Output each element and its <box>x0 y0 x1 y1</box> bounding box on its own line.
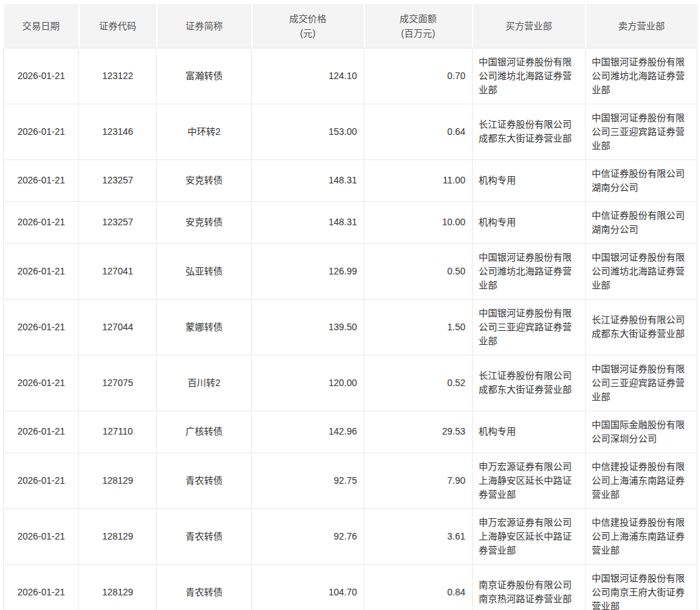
cell-trade_date: 2026-01-21 <box>4 299 79 355</box>
column-header-label: 成交价格 <box>289 13 326 24</box>
cell-security_name: 富瀚转债 <box>157 48 252 104</box>
cell-buyer: 中国银河证券股份有限公司三亚迎宾路证券营业部 <box>473 299 586 355</box>
cell-trade_date: 2026-01-21 <box>4 243 79 299</box>
cell-trade_date: 2026-01-21 <box>4 411 79 453</box>
cell-trade_date: 2026-01-21 <box>4 453 79 508</box>
cell-face_value: 0.52 <box>364 355 473 411</box>
cell-face_value: 3.61 <box>364 508 473 564</box>
column-header-trade_date: 交易日期 <box>4 4 79 48</box>
cell-price: 120.00 <box>252 355 364 411</box>
block-trades-table-container: 交易日期证券代码证券简称成交价格(元)成交面额(百万元)买方营业部卖方营业部 2… <box>3 4 697 610</box>
table-header: 交易日期证券代码证券简称成交价格(元)成交面额(百万元)买方营业部卖方营业部 <box>4 4 697 48</box>
cell-price: 142.96 <box>252 411 364 453</box>
table-row: 2026-01-21128129青农转债92.763.61申万宏源证券有限公司上… <box>4 508 697 564</box>
cell-trade_date: 2026-01-21 <box>4 201 79 243</box>
cell-face_value: 7.90 <box>364 453 473 508</box>
cell-security_code: 128129 <box>79 508 157 564</box>
cell-face_value: 10.00 <box>364 201 473 243</box>
cell-price: 148.31 <box>252 201 364 243</box>
column-header-unit: (元) <box>300 28 315 39</box>
cell-seller: 中国银河证券股份有限公司潍坊北海路证券营业部 <box>586 243 697 299</box>
cell-price: 139.50 <box>252 299 364 355</box>
cell-security_name: 青农转债 <box>157 564 252 610</box>
cell-face_value: 1.50 <box>364 299 473 355</box>
cell-seller: 中国银河证券股份有限公司南京王府大街证券营业部 <box>586 564 697 610</box>
cell-security_code: 128129 <box>79 564 157 610</box>
table-row: 2026-01-21127041弘亚转债126.990.50中国银河证券股份有限… <box>4 243 697 299</box>
table-row: 2026-01-21128129青农转债104.700.84南京证券股份有限公司… <box>4 564 697 610</box>
cell-price: 153.00 <box>252 104 364 159</box>
cell-security_name: 蒙娜转债 <box>157 299 252 355</box>
column-header-label: 交易日期 <box>23 21 60 31</box>
table-row: 2026-01-21123257安克转债148.3110.00机构专用中信证券股… <box>4 201 697 243</box>
table-row: 2026-01-21127110广核转债142.9629.53机构专用中国国际金… <box>4 411 697 453</box>
cell-price: 126.99 <box>252 243 364 299</box>
table-row: 2026-01-21123146中环转2153.000.64长江证券股份有限公司… <box>4 104 697 159</box>
cell-trade_date: 2026-01-21 <box>4 104 79 159</box>
cell-price: 92.76 <box>252 508 364 564</box>
block-trades-table: 交易日期证券代码证券简称成交价格(元)成交面额(百万元)买方营业部卖方营业部 2… <box>3 4 697 610</box>
column-header-unit: (百万元) <box>401 28 435 39</box>
cell-security_code: 123257 <box>79 159 157 201</box>
cell-security_code: 127110 <box>79 411 157 453</box>
cell-buyer: 机构专用 <box>473 201 586 243</box>
column-header-seller: 卖方营业部 <box>586 4 697 48</box>
cell-trade_date: 2026-01-21 <box>4 48 79 104</box>
cell-buyer: 申万宏源证券有限公司上海静安区延长中路证券营业部 <box>473 453 586 508</box>
cell-security_name: 百川转2 <box>157 355 252 411</box>
cell-face_value: 0.84 <box>364 564 473 610</box>
cell-security_code: 123146 <box>79 104 157 159</box>
column-header-label: 买方营业部 <box>506 21 552 31</box>
column-header-label: 证券代码 <box>99 21 136 31</box>
table-row: 2026-01-21123257安克转债148.3111.00机构专用中信证券股… <box>4 159 697 201</box>
cell-security_name: 安克转债 <box>157 159 252 201</box>
cell-buyer: 中国银河证券股份有限公司潍坊北海路证券营业部 <box>473 48 586 104</box>
cell-buyer: 机构专用 <box>473 411 586 453</box>
cell-price: 148.31 <box>252 159 364 201</box>
cell-seller: 中国银河证券股份有限公司三亚迎宾路证券营业部 <box>586 355 697 411</box>
cell-security_name: 青农转债 <box>157 453 252 508</box>
cell-buyer: 长江证券股份有限公司成都东大街证券营业部 <box>473 355 586 411</box>
cell-seller: 中信建投证券股份有限公司上海浦东南路证券营业部 <box>586 453 697 508</box>
cell-security_name: 安克转债 <box>157 201 252 243</box>
cell-trade_date: 2026-01-21 <box>4 508 79 564</box>
header-row: 交易日期证券代码证券简称成交价格(元)成交面额(百万元)买方营业部卖方营业部 <box>4 4 697 48</box>
table-row: 2026-01-21127044蒙娜转债139.501.50中国银河证券股份有限… <box>4 299 697 355</box>
table-row: 2026-01-21127075百川转2120.000.52长江证券股份有限公司… <box>4 355 697 411</box>
cell-seller: 中信证券股份有限公司湖南分公司 <box>586 159 697 201</box>
column-header-buyer: 买方营业部 <box>473 4 586 48</box>
table-row: 2026-01-21128129青农转债92.757.90申万宏源证券有限公司上… <box>4 453 697 508</box>
cell-seller: 中信建投证券股份有限公司上海浦东南路证券营业部 <box>586 508 697 564</box>
cell-buyer: 长江证券股份有限公司成都东大街证券营业部 <box>473 104 586 159</box>
cell-security_code: 123122 <box>79 48 157 104</box>
cell-security_code: 127044 <box>79 299 157 355</box>
cell-face_value: 0.70 <box>364 48 473 104</box>
table-row: 2026-01-21123122富瀚转债124.100.70中国银河证券股份有限… <box>4 48 697 104</box>
page: 交易日期证券代码证券简称成交价格(元)成交面额(百万元)买方营业部卖方营业部 2… <box>0 0 700 610</box>
cell-buyer: 申万宏源证券有限公司上海静安区延长中路证券营业部 <box>473 508 586 564</box>
cell-buyer: 中国银河证券股份有限公司潍坊北海路证券营业部 <box>473 243 586 299</box>
cell-price: 124.10 <box>252 48 364 104</box>
cell-security_code: 127075 <box>79 355 157 411</box>
cell-face_value: 29.53 <box>364 411 473 453</box>
cell-security_code: 128129 <box>79 453 157 508</box>
cell-security_name: 弘亚转债 <box>157 243 252 299</box>
cell-seller: 中国银河证券股份有限公司潍坊北海路证券营业部 <box>586 48 697 104</box>
cell-buyer: 南京证券股份有限公司南京热河路证券营业部 <box>473 564 586 610</box>
cell-price: 92.75 <box>252 453 364 508</box>
column-header-label: 证券简称 <box>185 21 223 31</box>
column-header-face_value: 成交面额(百万元) <box>364 4 473 48</box>
cell-security_code: 123257 <box>79 201 157 243</box>
column-header-label: 成交面额 <box>400 13 437 24</box>
cell-seller: 中国银河证券股份有限公司三亚迎宾路证券营业部 <box>586 104 697 159</box>
cell-security_name: 青农转债 <box>157 508 252 564</box>
cell-face_value: 11.00 <box>364 159 473 201</box>
cell-security_name: 中环转2 <box>157 104 252 159</box>
cell-face_value: 0.50 <box>364 243 473 299</box>
cell-face_value: 0.64 <box>364 104 473 159</box>
cell-trade_date: 2026-01-21 <box>4 564 79 610</box>
table-body: 2026-01-21123122富瀚转债124.100.70中国银河证券股份有限… <box>4 48 697 610</box>
cell-seller: 长江证券股份有限公司成都东大街证券营业部 <box>586 299 697 355</box>
cell-price: 104.70 <box>252 564 364 610</box>
cell-buyer: 机构专用 <box>473 159 586 201</box>
